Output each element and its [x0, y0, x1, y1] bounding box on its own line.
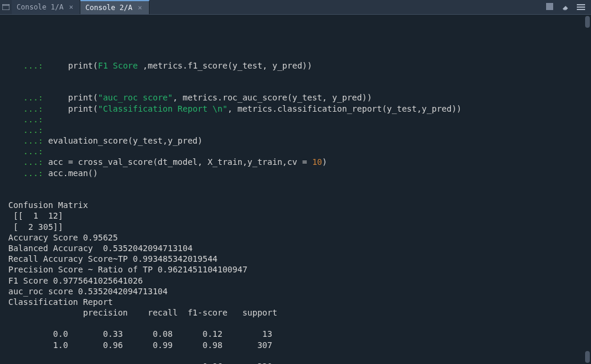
output-line: Recall Accuracy Score~TP 0.9934853420195…: [8, 254, 579, 264]
output-line: [8, 350, 579, 361]
titlebar: Console 1/A × Console 2/A ×: [0, 0, 591, 15]
console-output[interactable]: ...: print(F1 Score ,metrics.f1_score(y_…: [0, 15, 591, 364]
code-line: ...:: [8, 146, 579, 157]
output-line: Confusion Matrix: [8, 200, 579, 210]
tab-label: Console 1/A: [17, 3, 63, 11]
output-line: accuracy 0.96 320: [8, 361, 579, 364]
tab-console-2[interactable]: Console 2/A ×: [80, 0, 149, 14]
tab-console-1[interactable]: Console 1/A ×: [12, 0, 80, 14]
code-line: ...: print("Classification Report \n", m…: [8, 103, 579, 114]
titlebar-actions: [546, 2, 591, 12]
output-line: precision recall f1-score support: [8, 307, 579, 318]
console-content: ...: print(F1 Score ,metrics.f1_score(y_…: [8, 38, 586, 364]
close-icon[interactable]: ×: [136, 4, 144, 12]
output-line: [ 2 305]]: [8, 222, 579, 232]
menu-icon[interactable]: [577, 4, 585, 10]
code-line: ...: evaluation_score(y_test,y_pred): [8, 135, 579, 146]
code-line: ...: acc = cross_val_score(dt_model, X_t…: [8, 157, 579, 167]
output-line: Balanced Accuracy 0.5352042094713104: [8, 243, 579, 254]
output-line: auc_roc score 0.5352042094713104: [8, 286, 579, 297]
code-line-partial: ...: print(F1 Score ,metrics.f1_score(y_…: [8, 60, 579, 71]
code-line: ...:: [8, 114, 579, 125]
output-line: [[ 1 12]: [8, 210, 579, 221]
output-line: 0.0 0.33 0.08 0.12 13: [8, 329, 579, 339]
eraser-icon[interactable]: [560, 3, 570, 11]
scrollbar-thumb-top[interactable]: [585, 16, 590, 28]
output-line: Accuracy Score 0.95625: [8, 232, 579, 243]
close-icon[interactable]: ×: [67, 3, 75, 11]
code-line: ...:: [8, 125, 579, 135]
window-icon: [0, 0, 12, 15]
output-line: Classification Report: [8, 297, 579, 307]
scrollbar[interactable]: [585, 15, 590, 364]
tab-label: Console 2/A: [85, 4, 132, 12]
output-line: [8, 318, 579, 329]
code-line: ...: print("auc_roc score", metrics.roc_…: [8, 92, 579, 103]
output-line: Precision Score ~ Ratio of TP 0.96214511…: [8, 264, 579, 275]
scrollbar-thumb-bottom[interactable]: [585, 351, 590, 363]
stop-icon[interactable]: [546, 2, 553, 12]
output-line: 1.0 0.96 0.99 0.98 307: [8, 340, 579, 350]
code-line: ...: acc.mean(): [8, 168, 579, 178]
output-line: F1 Score 0.9775641025641026: [8, 275, 579, 286]
